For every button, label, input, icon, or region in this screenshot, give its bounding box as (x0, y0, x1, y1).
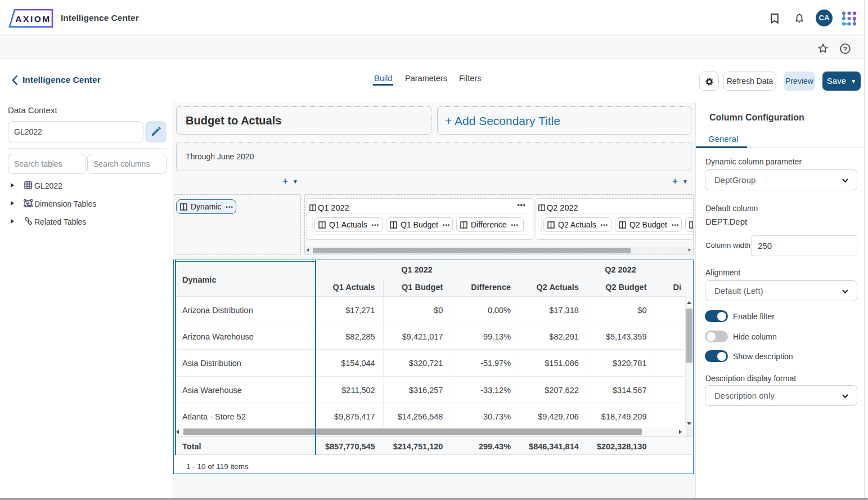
svg-text:?: ? (843, 46, 847, 52)
svg-text:AXIOM: AXIOM (15, 14, 51, 24)
